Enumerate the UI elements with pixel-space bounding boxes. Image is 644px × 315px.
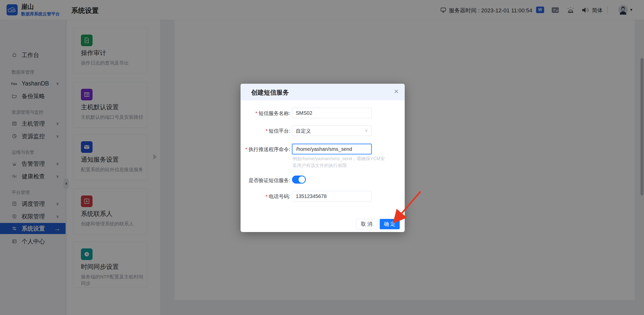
app-root: 崖山 数据库系统云管平台 系统设置 服务器时间 : 2023-12-01 11:… [0,0,644,315]
required-asterisk: * [255,110,257,116]
close-icon[interactable]: × [394,87,399,96]
required-asterisk: * [266,194,268,199]
dialog-title: 创建短信服务 [251,88,289,97]
confirm-button[interactable]: 确 定 [380,219,400,229]
cancel-button[interactable]: 取 消 [356,219,377,229]
sms-platform-select[interactable]: 自定义 ∨ [292,125,372,136]
required-asterisk: * [245,147,247,152]
push-command-hint: 例如/home/yashan/sms_send，需确保YCM安装用户有该文件的执… [292,155,385,169]
push-command-label: *执行推送程序命令: [245,146,290,153]
chevron-down-icon: ∨ [365,128,368,133]
verify-sms-toggle[interactable] [292,176,306,184]
sms-name-label: *短信服务名称: [245,110,290,117]
sms-name-input[interactable] [292,108,372,118]
sms-platform-label: *短信平台: [245,128,290,134]
push-command-input[interactable] [292,144,372,154]
phone-number-input[interactable] [292,191,372,202]
phone-number-label: *电话号码: [245,193,290,200]
create-sms-service-dialog: 创建短信服务 × *短信服务名称: *短信平台: 自定义 ∨ *执行推送程序命令… [241,84,405,232]
verify-sms-label: 是否验证短信服务: [245,177,290,184]
required-asterisk: * [266,128,268,134]
toggle-knob [299,176,305,183]
platform-select-value: 自定义 [296,128,311,134]
